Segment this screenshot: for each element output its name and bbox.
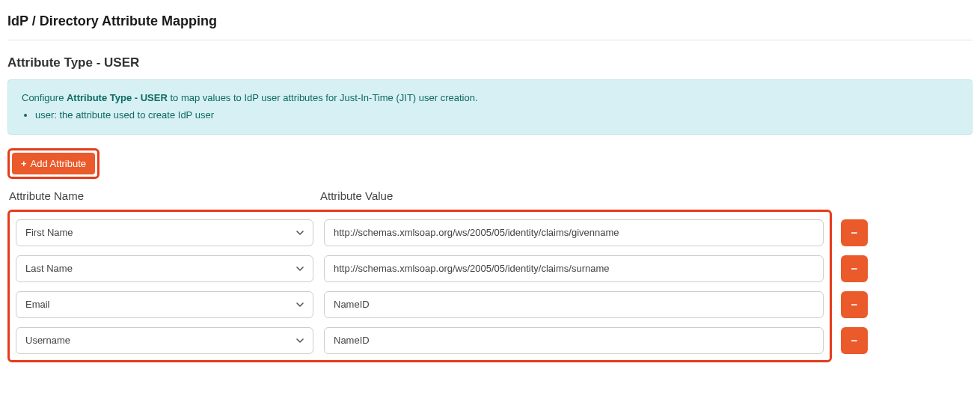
info-bullet: user: the attribute used to create IdP u…	[35, 108, 958, 124]
info-text: Configure Attribute Type - USER to map v…	[22, 91, 958, 106]
info-box: Configure Attribute Type - USER to map v…	[7, 79, 973, 135]
rows-highlight: First Name Last Name E	[7, 210, 832, 362]
attribute-name-select[interactable]: Username	[16, 327, 313, 354]
header-attribute-name: Attribute Name	[9, 189, 310, 202]
attribute-row: First Name	[16, 219, 824, 246]
remove-column: − − − −	[841, 212, 868, 360]
minus-icon: −	[851, 334, 858, 347]
info-bold: Attribute Type - USER	[67, 92, 168, 103]
attribute-row: Email	[16, 291, 824, 318]
header-attribute-value: Attribute Value	[320, 189, 823, 202]
info-prefix: Configure	[22, 92, 67, 103]
minus-icon: −	[851, 298, 858, 311]
attribute-value-input[interactable]	[324, 291, 824, 318]
remove-attribute-button[interactable]: −	[841, 219, 868, 246]
attribute-value-input[interactable]	[324, 219, 824, 246]
info-suffix: to map values to IdP user attributes for…	[168, 92, 478, 103]
add-attribute-label: Add Attribute	[31, 158, 86, 169]
remove-attribute-button[interactable]: −	[841, 327, 868, 354]
attribute-name-select[interactable]: First Name	[16, 219, 313, 246]
attribute-name-select[interactable]: Email	[16, 291, 313, 318]
column-headers: Attribute Name Attribute Value	[7, 189, 973, 202]
add-button-highlight: + Add Attribute	[7, 148, 99, 179]
remove-attribute-button[interactable]: −	[841, 255, 868, 282]
minus-icon: −	[851, 226, 858, 239]
attribute-row: Last Name	[16, 255, 824, 282]
add-attribute-button[interactable]: + Add Attribute	[12, 153, 95, 174]
remove-attribute-button[interactable]: −	[841, 291, 868, 318]
minus-icon: −	[851, 262, 858, 275]
section-title: Attribute Type - USER	[7, 55, 973, 70]
attribute-row: Username	[16, 327, 824, 354]
page-title: IdP / Directory Attribute Mapping	[7, 7, 973, 40]
attribute-value-input[interactable]	[324, 327, 824, 354]
attribute-name-select[interactable]: Last Name	[16, 255, 313, 282]
plus-icon: +	[21, 158, 27, 169]
attribute-value-input[interactable]	[324, 255, 824, 282]
